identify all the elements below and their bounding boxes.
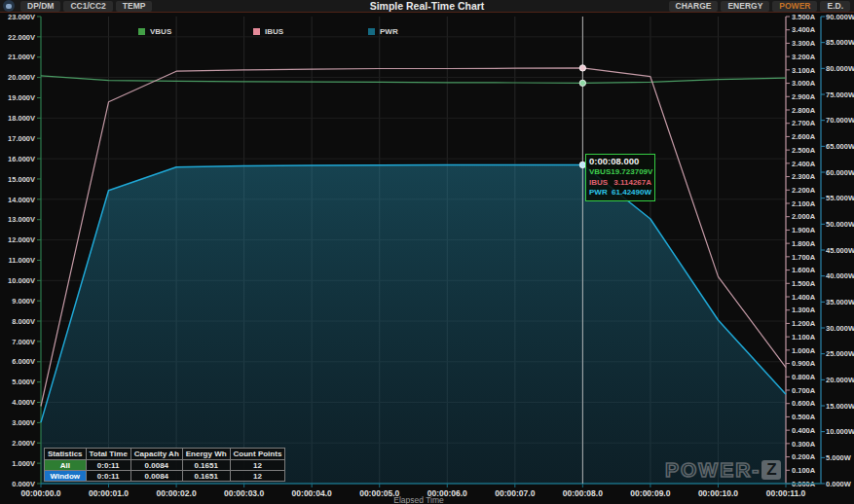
axis-tick-label: 6.000V (12, 357, 35, 366)
axis-tick-label: 0.600A (792, 399, 816, 408)
tooltip-time: 0:00:08.000 (589, 156, 651, 167)
stats-row-all: All0:0:110.00840.165112 (45, 460, 285, 471)
axis-tick-label: 30.000W (826, 324, 854, 333)
axis-tick-label: 2.100A (792, 199, 816, 208)
axis-tick-label: 9.000V (12, 297, 35, 306)
axis-tick-label: 3.000A (792, 79, 816, 88)
tab-cc1-cc2[interactable]: CC1/CC2 (63, 1, 112, 12)
stats-cell: 12 (230, 471, 285, 482)
stats-header-energy-wh: Energy Wh (182, 449, 230, 460)
axis-tick-label: 0.500A (792, 413, 816, 421)
axis-tick-label: 5.000W (826, 453, 852, 462)
axis-tick-label: 60.000W (826, 168, 854, 177)
axis-tick-label: 0.000W (826, 480, 852, 488)
tab-e-d-[interactable]: E.D. (820, 1, 850, 12)
marker-vbus (579, 80, 585, 86)
legend-item-vbus[interactable]: VBUS (138, 27, 253, 36)
axis-tick-label: 14.000V (8, 196, 35, 204)
axis-tick-label: 1.900A (792, 226, 816, 234)
stats-row-label: All (45, 460, 87, 471)
axis-tick-label: 0.800A (792, 373, 816, 381)
axis-tick-label: 1.700A (792, 253, 816, 262)
axis-tick-label: 55.000W (826, 194, 854, 202)
axis-tick-label: 1.100A (792, 333, 816, 342)
axis-tick-label: 35.000W (826, 298, 854, 306)
axis-tick-label: 22.000V (8, 33, 35, 42)
axis-tick-label: 2.900A (792, 92, 816, 101)
axis-tick-label: 23.000V (8, 13, 35, 21)
tab-power[interactable]: POWER (772, 1, 817, 12)
axis-tick-label: 1.000V (12, 459, 35, 468)
axis-tick-label: 75.000W (826, 90, 854, 99)
tooltip-row-pwr: PWR61.42490W (589, 188, 651, 198)
axis-tick-label: 12.000V (8, 235, 35, 244)
tooltip-row-ibus: IBUS3.114267A (589, 178, 651, 189)
axis-tick-label: 0.100A (792, 466, 816, 475)
tab-charge[interactable]: CHARGE (669, 1, 719, 12)
axis-tick-label: 5.000V (12, 378, 35, 386)
power-z-app-window: DP/DMCC1/CC2TEMP Simple Real-Time Chart … (0, 0, 854, 504)
axis-tick-label: 90.000W (826, 13, 854, 21)
axis-tick-label: 1.600A (792, 266, 816, 274)
legend-label: VBUS (150, 27, 171, 36)
stats-cell: 0:0:11 (86, 460, 130, 471)
axis-tick-label: 2.400A (792, 160, 816, 168)
statistics-table: StatisticsTotal TimeCapacity AhEnergy Wh… (44, 448, 285, 482)
vbus-swatch-icon (138, 28, 145, 35)
axis-tick-label: 1.000A (792, 346, 816, 355)
left-tab-row: DP/DMCC1/CC2TEMP (20, 1, 152, 12)
ibus-swatch-icon (253, 28, 260, 35)
power-axis: 0.000W5.000W10.000W15.000W20.000W25.000W… (821, 13, 854, 488)
axis-tick-label: 16.000V (8, 155, 35, 163)
axis-tick-label: 2.300A (792, 172, 816, 181)
legend-label: PWR (380, 27, 398, 36)
stats-header-statistics: Statistics (45, 449, 87, 460)
axis-tick-label: 1.300A (792, 306, 816, 314)
power-z-logo-icon: Z (761, 460, 781, 480)
legend-item-ibus[interactable]: IBUS (253, 27, 368, 36)
stats-header-capacity-ah: Capacity Ah (130, 449, 182, 460)
marker-ibus (579, 65, 585, 71)
axis-tick-label: 3.400A (792, 25, 816, 34)
axis-tick-label: 10.000V (8, 276, 35, 285)
axis-tick-label: 2.500A (792, 146, 816, 155)
stats-header-count-points: Count Points (230, 449, 285, 460)
axis-tick-label: 13.000V (8, 215, 35, 224)
axis-tick-label: 4.000V (12, 398, 35, 407)
pwr-area-fill (41, 164, 786, 484)
axis-tick-label: 20.000V (8, 73, 35, 82)
axis-tick-label: 10.000W (826, 427, 854, 436)
tab-energy[interactable]: ENERGY (721, 1, 769, 12)
tab-dp-dm[interactable]: DP/DM (20, 1, 60, 12)
axis-tick-label: 2.000V (12, 439, 35, 448)
axis-tick-label: 0.200A (792, 452, 816, 461)
axis-tick-label: 65.000W (826, 142, 854, 151)
axis-tick-label: 25.000W (826, 349, 854, 358)
axis-tick-label: 40.000W (826, 271, 854, 280)
camera-icon[interactable] (3, 0, 15, 12)
axis-tick-label: 1.400A (792, 293, 816, 302)
watermark-text: POWER- (665, 459, 761, 481)
statistics-header-row: StatisticsTotal TimeCapacity AhEnergy Wh… (45, 449, 285, 460)
voltage-axis: 0.000V1.000V2.000V3.000V4.000V5.000V6.00… (8, 13, 41, 488)
crosshair-tooltip: 0:00:08.000 VBUS19.723709VIBUS3.114267AP… (585, 154, 655, 201)
axis-tick-label: 2.800A (792, 106, 816, 115)
current-axis: 0.000A0.100A0.200A0.300A0.400A0.500A0.60… (786, 13, 816, 488)
axis-tick-label: 1.500A (792, 279, 816, 288)
axis-tick-label: 0.400A (792, 426, 816, 435)
axis-tick-label: 0.700A (792, 386, 816, 395)
axis-tick-label: 21.000V (8, 53, 35, 61)
axis-tick-label: 8.000V (12, 317, 35, 326)
tab-temp[interactable]: TEMP (116, 1, 153, 12)
axis-tick-label: 15.000W (826, 402, 854, 411)
axis-tick-label: 17.000V (8, 134, 35, 143)
legend-item-pwr[interactable]: PWR (368, 27, 483, 36)
axis-tick-label: 70.000W (826, 116, 854, 125)
realtime-chart[interactable]: 0.000V1.000V2.000V3.000V4.000V5.000V6.00… (0, 0, 854, 504)
axis-tick-label: 3.200A (792, 53, 816, 61)
pwr-swatch-icon (368, 28, 375, 35)
axis-tick-label: 85.000W (826, 38, 854, 47)
axis-tick-label: 0.900A (792, 359, 816, 368)
top-bar: DP/DMCC1/CC2TEMP Simple Real-Time Chart … (0, 0, 854, 13)
axis-tick-label: 3.300A (792, 39, 816, 48)
